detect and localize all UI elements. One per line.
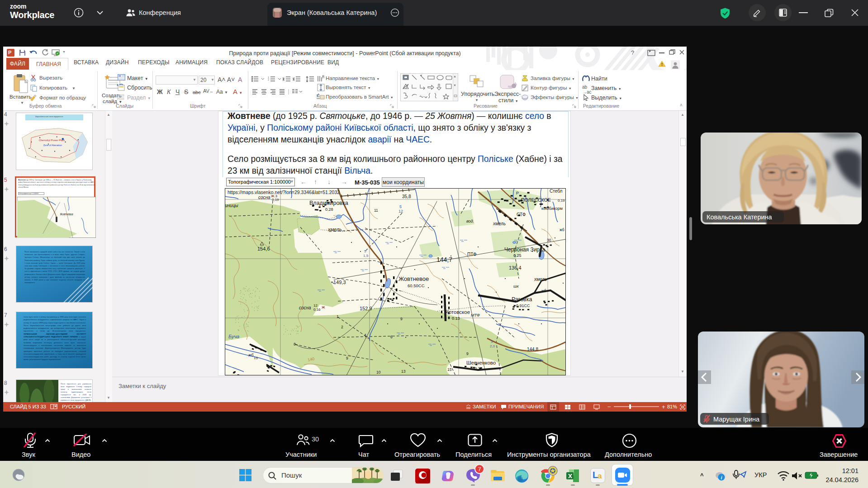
svg-text:Жовтневое: Жовтневое xyxy=(398,275,429,282)
svg-text:9: 9 xyxy=(466,351,469,356)
svg-text:Раговка: Раговка xyxy=(512,296,532,303)
svg-text:https://maps.vlasenko.net/?lon: https://maps.vlasenko.net/?lon=29.3346&l… xyxy=(228,190,340,195)
svg-text:5: 5 xyxy=(491,340,493,344)
svg-text:1,5: 1,5 xyxy=(363,254,369,258)
svg-text:144,8: 144,8 xyxy=(527,347,538,352)
svg-text:Р: Р xyxy=(516,191,519,195)
svg-text:12: 12 xyxy=(313,303,318,308)
svg-text:0,19: 0,19 xyxy=(272,198,279,202)
svg-text:2,0: 2,0 xyxy=(490,344,495,348)
svg-text:136,4: 136,4 xyxy=(509,265,522,270)
svg-text:ПТФ: ПТФ xyxy=(467,252,477,257)
svg-text:МТФ: МТФ xyxy=(471,313,480,317)
svg-text:Chernobyl Power Plant: Chernobyl Power Plant xyxy=(39,139,65,142)
svg-text:5: 5 xyxy=(364,249,366,253)
svg-text:жб: жб xyxy=(248,353,254,357)
svg-text:иницы: иницы xyxy=(225,203,238,208)
svg-text:60.50СС: 60.50СС xyxy=(408,283,425,288)
svg-text:35,8: 35,8 xyxy=(402,194,411,199)
svg-text:144,7: 144,7 xyxy=(436,256,452,263)
svg-text:вод.: вод. xyxy=(466,219,474,223)
svg-text:154,6: 154,6 xyxy=(257,246,270,251)
svg-text:ПОЛЕССКОЕ: ПОЛЕССКОЕ xyxy=(521,197,551,203)
svg-text:0.25: 0.25 xyxy=(474,366,483,371)
svg-text:10: 10 xyxy=(376,370,381,374)
svg-text:6: 6 xyxy=(390,335,393,339)
svg-text:жб: жб xyxy=(560,227,564,232)
svg-text:15: 15 xyxy=(254,356,258,360)
svg-text:коМбикорм: коМбикорм xyxy=(541,206,563,211)
svg-text:жб: жб xyxy=(541,289,546,293)
svg-text:0,16: 0,16 xyxy=(313,308,321,312)
svg-text:хмель: хмель xyxy=(534,277,547,282)
svg-text:СТФ: СТФ xyxy=(517,212,526,217)
svg-text:шк: шк xyxy=(513,284,519,289)
svg-text:0,19: 0,19 xyxy=(558,199,565,203)
svg-text:Zone of Alienation: Zone of Alienation xyxy=(43,144,62,147)
svg-text:0.13: 0.13 xyxy=(452,316,460,321)
svg-text:сосна: сосна xyxy=(299,305,311,310)
svg-text:2: 2 xyxy=(268,78,269,81)
svg-text:15: 15 xyxy=(447,367,452,372)
svg-text:Шевченково: Шевченково xyxy=(466,360,496,365)
svg-text:30: 30 xyxy=(547,238,551,242)
svg-text:Марущак Ірина: Марущак Ірина xyxy=(713,416,760,423)
svg-text:13: 13 xyxy=(401,369,406,374)
svg-text:Жовтневое: Жовтневое xyxy=(60,212,74,216)
svg-text:149,3: 149,3 xyxy=(333,280,346,285)
svg-text:4: 4 xyxy=(364,333,366,337)
svg-text:Котовское: Котовское xyxy=(446,309,470,315)
svg-text:Ж: Ж xyxy=(322,305,325,309)
svg-text:9: 9 xyxy=(346,356,348,360)
svg-text:сосна: сосна xyxy=(258,195,270,200)
svg-text:152,9: 152,9 xyxy=(360,306,372,311)
svg-text:0.91СС: 0.91СС xyxy=(516,303,530,308)
svg-text:0.25: 0.25 xyxy=(513,253,522,258)
svg-text:12: 12 xyxy=(398,209,403,213)
svg-text:хмель: хмель xyxy=(327,227,342,232)
svg-text:8: 8 xyxy=(294,342,296,346)
svg-text:5: 5 xyxy=(399,204,402,209)
svg-text:Червоная Зирка: Червоная Зирка xyxy=(504,246,545,253)
svg-text:1: 1 xyxy=(337,314,339,319)
svg-text:11: 11 xyxy=(374,208,378,213)
svg-text:Буча: Буча xyxy=(228,334,239,339)
svg-text:Владимировка: Владимировка xyxy=(309,200,348,206)
svg-text:Ковальська Катерина: Ковальська Катерина xyxy=(707,213,773,221)
svg-text:9: 9 xyxy=(400,317,403,321)
svg-text:2: 2 xyxy=(341,325,343,329)
svg-text:Стебл: Стебл xyxy=(550,189,562,194)
svg-text:0.28: 0.28 xyxy=(325,207,333,212)
svg-text:хмель: хмель xyxy=(493,221,506,226)
